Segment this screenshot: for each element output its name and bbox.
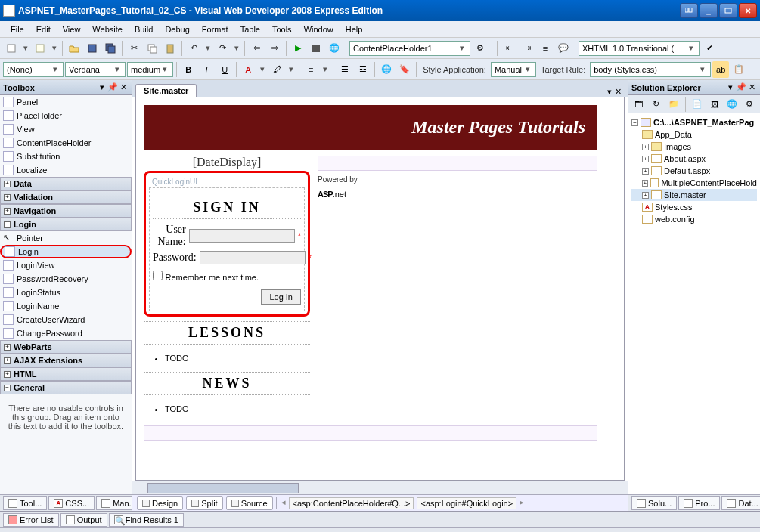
tree-webconfig[interactable]: web.config: [655, 215, 695, 224]
toolbox-group-login[interactable]: −Login: [0, 218, 132, 231]
se-config-icon[interactable]: ⚙: [743, 96, 757, 113]
toolbox-group-html[interactable]: +HTML: [0, 367, 132, 381]
stop-icon[interactable]: [308, 40, 324, 57]
redo-icon[interactable]: ↷: [214, 40, 231, 57]
numbering-icon[interactable]: ☲: [355, 61, 371, 78]
tag-selector[interactable]: (None)▾: [3, 62, 64, 77]
backcolor-icon[interactable]: 🖍: [268, 61, 285, 78]
add-item-icon[interactable]: [32, 40, 48, 57]
menu-website[interactable]: Website: [86, 23, 129, 36]
restore-alt-button[interactable]: [680, 3, 698, 18]
menu-window[interactable]: Window: [298, 23, 340, 36]
horizontal-scrollbar[interactable]: [132, 481, 628, 494]
size-selector[interactable]: medium▾: [127, 62, 173, 77]
document-tab[interactable]: Site.master: [135, 84, 197, 97]
tree-appdata[interactable]: App_Data: [655, 130, 692, 139]
username-input[interactable]: [189, 229, 295, 243]
browser-icon[interactable]: 🌐: [326, 40, 343, 57]
toolbox-item-loginstatus[interactable]: LoginStatus: [0, 286, 132, 299]
main-content-placeholder[interactable]: [318, 156, 597, 171]
se-view-code-icon[interactable]: 📄: [690, 96, 705, 113]
password-input[interactable]: [200, 251, 306, 264]
solution-tree[interactable]: −C:\...\ASPNET_MasterPag App_Data +Image…: [628, 113, 760, 494]
new-project-icon[interactable]: [3, 40, 20, 57]
save-icon[interactable]: [84, 40, 101, 57]
doc-tab-dropdown-icon[interactable]: ▾: [607, 87, 612, 97]
tab-findresults[interactable]: 🔍Find Results 1: [109, 513, 184, 527]
design-surface[interactable]: Master Pages Tutorials [DateDisplay] Qui…: [135, 97, 625, 481]
align-left-icon[interactable]: ≡: [302, 61, 319, 78]
toolbox-item-localize[interactable]: Localize: [0, 163, 132, 177]
tree-about[interactable]: About.aspx: [664, 154, 706, 163]
cut-icon[interactable]: ✂: [126, 40, 142, 57]
toolbox-group-general[interactable]: −General: [0, 381, 132, 394]
validate-icon[interactable]: ✔: [701, 40, 718, 57]
breadcrumb-login[interactable]: <asp:Login#QuickLogin>: [417, 497, 516, 509]
style-app-selector[interactable]: Manual▾: [491, 62, 536, 77]
menu-build[interactable]: Build: [129, 23, 159, 36]
toolbox-item-contentplaceholder[interactable]: ContentPlaceHolder: [0, 136, 132, 150]
se-pin-icon[interactable]: 📌: [736, 82, 746, 93]
toolbox-item-pointer[interactable]: ↖Pointer: [0, 231, 132, 245]
align-icon[interactable]: ≡: [537, 40, 554, 57]
toolbox-group-ajax[interactable]: +AJAX Extensions: [0, 354, 132, 367]
forecolor-icon[interactable]: A: [240, 61, 256, 78]
view-source-tab[interactable]: Source: [226, 496, 273, 510]
toolbox-pin-icon[interactable]: 📌: [107, 82, 118, 93]
nav-back-icon[interactable]: ⇦: [248, 40, 265, 57]
control-selector[interactable]: ContentPlaceHolder1▾: [349, 41, 470, 56]
toolbox-group-data[interactable]: +Data: [0, 177, 132, 190]
toolbox-item-view[interactable]: View: [0, 122, 132, 136]
tree-styles[interactable]: Styles.css: [655, 203, 693, 212]
login-smart-tag[interactable]: QuickLoginUI: [149, 176, 305, 187]
toolbox-group-validation[interactable]: +Validation: [0, 190, 132, 204]
toolbox-item-substitution[interactable]: Substitution: [0, 150, 132, 163]
tab-toolbox[interactable]: Tool...: [3, 496, 47, 510]
paste-icon[interactable]: [162, 40, 178, 57]
menu-view[interactable]: View: [57, 23, 87, 36]
tree-images[interactable]: Images: [664, 142, 691, 151]
toolbox-group-navigation[interactable]: +Navigation: [0, 204, 132, 218]
view-split-tab[interactable]: Split: [186, 496, 222, 510]
breadcrumb-cph[interactable]: <asp:ContentPlaceHolder#Q...>: [289, 497, 414, 509]
menu-tools[interactable]: Tools: [266, 23, 298, 36]
close-button[interactable]: ✕: [739, 3, 757, 18]
copy-icon[interactable]: [144, 40, 160, 57]
indent-less-icon[interactable]: ⇤: [501, 40, 517, 57]
view-design-tab[interactable]: Design: [137, 496, 183, 510]
font-selector[interactable]: Verdana▾: [65, 62, 126, 77]
menu-table[interactable]: Table: [234, 23, 266, 36]
minimize-button[interactable]: _: [700, 3, 718, 18]
underline-icon[interactable]: U: [216, 61, 233, 78]
maximize-button[interactable]: [719, 3, 737, 18]
login-button[interactable]: Log In: [261, 289, 301, 305]
tab-database[interactable]: Dat...: [721, 496, 760, 510]
menu-debug[interactable]: Debug: [159, 23, 195, 36]
comment-icon[interactable]: 💬: [555, 40, 572, 57]
login-control[interactable]: SIGN IN User Name: * Password: *: [149, 187, 305, 311]
se-copy-web-icon[interactable]: 🌐: [725, 96, 740, 113]
menu-edit[interactable]: Edit: [30, 23, 57, 36]
toolbox-group-webparts[interactable]: +WebParts: [0, 340, 132, 354]
css-apply-icon[interactable]: 📋: [731, 61, 747, 78]
open-icon[interactable]: [66, 40, 82, 57]
indent-more-icon[interactable]: ⇥: [519, 40, 535, 57]
tab-css[interactable]: ACSS...: [48, 496, 95, 510]
toolbox-item-changepassword[interactable]: ChangePassword: [0, 326, 132, 340]
se-view-designer-icon[interactable]: 🖼: [708, 96, 722, 113]
se-close-icon[interactable]: ✕: [746, 82, 757, 93]
props-icon[interactable]: ⚙: [472, 40, 489, 57]
tree-default[interactable]: Default.aspx: [664, 166, 710, 175]
toolbox-item-panel[interactable]: Panel: [0, 95, 132, 109]
toolbox-item-loginview[interactable]: LoginView: [0, 258, 132, 272]
toolbox-item-createuserwizard[interactable]: CreateUserWizard: [0, 313, 132, 326]
tree-sitemaster[interactable]: Site.master: [664, 190, 706, 200]
tree-root[interactable]: C:\...\ASPNET_MasterPag: [653, 118, 754, 127]
tab-errorlist[interactable]: Error List: [3, 513, 59, 527]
italic-icon[interactable]: I: [198, 61, 215, 78]
nav-fwd-icon[interactable]: ⇨: [266, 40, 283, 57]
menu-file[interactable]: File: [5, 23, 30, 36]
menu-help[interactable]: Help: [340, 23, 369, 36]
run-icon[interactable]: ▶: [290, 40, 306, 57]
toolbox-item-loginname[interactable]: LoginName: [0, 299, 132, 313]
